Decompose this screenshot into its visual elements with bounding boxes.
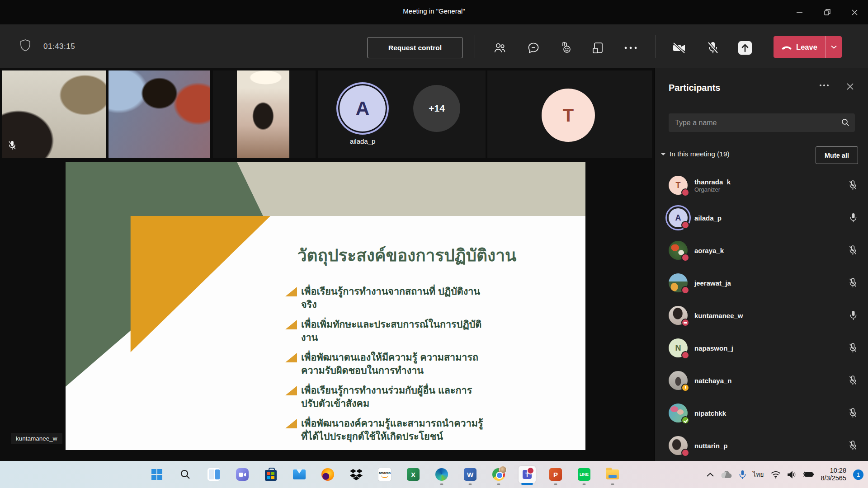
video-tile-2[interactable] <box>108 70 210 158</box>
tab-participants[interactable] <box>489 37 510 59</box>
windows-taskbar: amazon X W T P <box>0 461 868 488</box>
notification-count-badge[interactable]: 1 <box>853 469 863 480</box>
taskbar-mail-button[interactable] <box>292 468 306 481</box>
video-tile-1[interactable] <box>2 70 106 158</box>
minimize-button[interactable] <box>787 0 812 24</box>
video-tile-3[interactable] <box>213 70 316 158</box>
camera-toggle-button[interactable] <box>669 37 690 59</box>
participant-row[interactable]: aoraya_k <box>655 234 868 267</box>
taskbar-powerpoint-button[interactable]: P <box>549 468 562 481</box>
leave-button-group: Leave <box>774 36 842 58</box>
overflow-participants-badge[interactable]: +14 <box>413 85 460 132</box>
mic-muted-icon <box>849 278 857 288</box>
chat-camera-icon <box>236 468 249 481</box>
tab-breakout-rooms[interactable] <box>587 37 609 59</box>
leave-button[interactable]: Leave <box>774 43 825 52</box>
avatar <box>669 436 688 455</box>
taskbar-file-explorer-button[interactable] <box>606 468 619 481</box>
line-app-icon: LINE <box>578 468 590 481</box>
share-button[interactable] <box>734 37 756 59</box>
widgets-icon <box>208 468 220 481</box>
taskbar-widgets-button[interactable] <box>207 468 221 481</box>
volume-icon[interactable] <box>788 471 797 479</box>
wifi-icon[interactable] <box>771 471 781 479</box>
taskbar-word-button[interactable]: W <box>463 468 477 481</box>
participant-row[interactable]: jeerawat_ja <box>655 267 868 299</box>
request-control-button[interactable]: Request control <box>367 37 463 58</box>
in-this-meeting-toggle[interactable]: In this meeting (19) <box>661 150 730 158</box>
mute-all-button[interactable]: Mute all <box>816 146 858 164</box>
leave-options-button[interactable] <box>825 36 842 58</box>
taskbar-dropbox-button[interactable] <box>349 468 363 481</box>
mic-off-icon <box>706 40 720 56</box>
participant-row[interactable]: natchaya_n <box>655 364 868 397</box>
taskbar-search-button[interactable] <box>179 468 192 481</box>
taskbar-edge-button[interactable] <box>435 468 448 481</box>
presenter-name-label: kuntamanee_w <box>11 433 62 444</box>
windows-logo-icon <box>151 469 163 480</box>
participant-name: napaswon_j <box>694 344 849 352</box>
restore-button[interactable] <box>815 0 840 24</box>
battery-charging-icon[interactable] <box>803 471 814 478</box>
mic-muted-icon <box>849 441 857 450</box>
tab-chat[interactable] <box>523 37 544 59</box>
presence-badge <box>681 221 689 229</box>
leave-button-label: Leave <box>796 43 817 52</box>
word-icon: W <box>464 468 476 481</box>
taskbar-chat-button[interactable] <box>236 468 249 481</box>
taskbar-amazon-button[interactable]: amazon <box>378 468 392 481</box>
panel-more-button[interactable] <box>819 84 829 87</box>
participant-row[interactable]: kuntamanee_w <box>655 299 868 332</box>
avatar <box>669 371 688 390</box>
taskbar-store-button[interactable] <box>264 468 278 481</box>
participant-row[interactable]: nuttarin_p <box>655 429 868 462</box>
taskbar-firefox-button[interactable] <box>321 468 335 481</box>
mic-muted-overlay-icon <box>7 140 17 151</box>
slide-bullet: เพื่อเพิ่มทักษะและประสบการณ์ในการปฏิบัติ… <box>285 318 484 344</box>
tray-chevron-up[interactable] <box>707 473 714 477</box>
edge-icon <box>435 468 448 481</box>
shared-slide: วัตถุประสงค์ของการปฏิบัติงาน เพื่อเรียนร… <box>66 162 585 450</box>
mic-muted-icon <box>849 180 857 190</box>
participant-name: jeerawat_ja <box>694 279 849 287</box>
tray-clock[interactable]: 10:28 8/3/2565 <box>821 467 846 482</box>
mic-in-use-icon[interactable] <box>739 470 746 479</box>
participant-row[interactable]: N napaswon_j <box>655 332 868 364</box>
taskbar-line-button[interactable]: LINE <box>577 468 591 481</box>
close-button[interactable] <box>842 0 867 24</box>
participant-row[interactable]: T thanrada_k Organizer <box>655 169 868 202</box>
meeting-timer: 01:43:15 <box>43 42 75 51</box>
onedrive-cloud-icon[interactable] <box>721 471 732 479</box>
meeting-toolbar: 01:43:15 Request control <box>0 24 868 68</box>
ellipsis-icon <box>624 46 637 50</box>
taskbar-excel-button[interactable]: X <box>406 468 420 481</box>
taskbar-chrome-button[interactable] <box>492 468 505 481</box>
mic-toggle-button[interactable] <box>702 37 724 59</box>
more-actions-button[interactable] <box>620 37 642 59</box>
minimize-icon <box>797 9 802 15</box>
presence-badge <box>681 253 689 262</box>
avatar: T <box>669 176 688 195</box>
slide-bullet-list: เพื่อเรียนรู้การทำงานจากสถานที่ ปฏิบัติง… <box>285 285 484 450</box>
avatar: A <box>669 208 688 227</box>
close-icon <box>847 83 854 90</box>
participant-row[interactable]: A ailada_p <box>655 202 868 234</box>
presence-badge <box>681 188 689 197</box>
start-button[interactable] <box>150 468 164 481</box>
avatar-initial: A <box>356 98 369 119</box>
ellipsis-icon <box>819 84 829 87</box>
avatar-tile-t[interactable]: T <box>487 70 652 158</box>
avatar-tile-ailada[interactable]: A ailada_p +14 <box>318 70 486 158</box>
tab-reactions[interactable] <box>555 37 576 59</box>
panel-close-button[interactable] <box>847 83 854 90</box>
search-input[interactable] <box>669 113 855 132</box>
participant-row[interactable]: nipatchkk <box>655 397 868 429</box>
search-icon <box>841 118 849 127</box>
participant-name-label: ailada_p <box>328 137 397 145</box>
avatar-initial: T <box>563 105 574 126</box>
taskbar-teams-button[interactable]: T <box>519 466 536 483</box>
chat-icon <box>526 41 541 55</box>
mic-muted-icon <box>849 375 857 385</box>
language-indicator[interactable]: ไทย <box>753 469 764 479</box>
participant-name: kuntamanee_w <box>694 312 849 319</box>
